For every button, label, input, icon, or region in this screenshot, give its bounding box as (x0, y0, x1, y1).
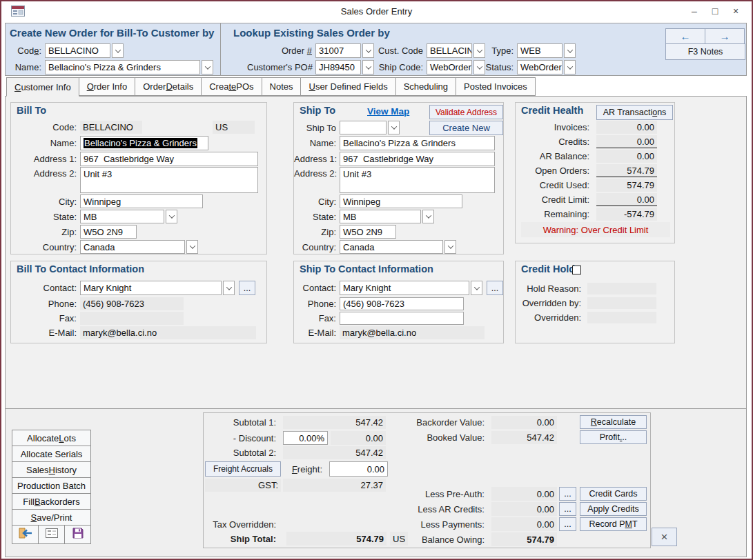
chevron-down-icon[interactable] (564, 43, 576, 58)
credit-limit-label: Credit Limit: (516, 194, 593, 205)
credit-cards-button[interactable]: Credit Cards (580, 487, 647, 501)
production-batch-button[interactable]: Production Batch (12, 477, 91, 494)
credit-hold-checkbox[interactable] (572, 266, 581, 274)
fill-backorders-button[interactable]: Fill Backorders (12, 493, 91, 510)
allocate-lots-button[interactable]: Allocate Lots (12, 430, 91, 446)
order-number-combo[interactable]: 31007 (315, 43, 361, 58)
discount-amount-value: 0.00 (331, 431, 386, 445)
open-orders-value: 574.79 (596, 164, 657, 177)
recalculate-button[interactable]: Recalculate (580, 415, 647, 429)
ship-to-selector-combo[interactable] (340, 121, 387, 134)
tab-order-info[interactable]: Order Info (79, 77, 136, 96)
bill-code-field: BELLACINO (80, 121, 142, 134)
bill-name-field[interactable]: Bellacino's Pizza & Grinders (80, 136, 208, 150)
type-combo[interactable]: WEB (517, 43, 563, 58)
hold-reason-label: Hold Reason: (516, 283, 585, 294)
bill-contact-combo[interactable]: Mary Knight (80, 281, 222, 295)
status-combo[interactable]: WebOrder (517, 60, 563, 74)
booked-value: 547.42 (491, 431, 557, 444)
ship-code-combo[interactable]: WebOrder (427, 60, 472, 74)
chevron-down-icon[interactable] (422, 210, 434, 223)
bill-contact-more-button[interactable]: ... (239, 281, 255, 295)
chevron-down-icon[interactable] (362, 43, 374, 58)
ar-credits-more-button[interactable]: ... (559, 502, 576, 516)
ship-country-combo[interactable]: Canada (340, 240, 443, 254)
cust-code-combo[interactable]: BELLACINO (427, 43, 472, 58)
view-map-link[interactable]: View Map (367, 106, 409, 117)
chevron-down-icon[interactable] (473, 43, 485, 58)
chevron-down-icon[interactable] (473, 60, 485, 74)
tab-posted-invoices[interactable]: Posted Invoices (456, 77, 536, 96)
ship-phone-field[interactable]: (456) 908-7623 (340, 297, 464, 310)
chevron-down-icon[interactable] (112, 43, 124, 58)
exit-button[interactable] (12, 525, 39, 544)
bill-address1-field[interactable]: 967 Castlebridge Way (80, 152, 258, 166)
prev-record-button[interactable]: ← (665, 28, 705, 44)
ar-transactions-button[interactable]: AR Transactions (596, 105, 673, 120)
bill-city-field[interactable]: Winnipeg (80, 194, 203, 208)
ship-city-field[interactable]: Winnipeg (340, 194, 462, 208)
bill-fax-field (80, 312, 184, 325)
payments-more-button[interactable]: ... (559, 517, 576, 531)
ship-state-combo[interactable]: MB (340, 210, 421, 223)
freight-field[interactable]: 0.00 (329, 461, 388, 477)
maximize-icon[interactable]: □ (705, 3, 725, 19)
f3-notes-button[interactable]: F3 Notes (665, 43, 745, 60)
ship-fax-field[interactable] (340, 312, 464, 325)
discount-percent-field[interactable]: 0.00% (283, 431, 328, 445)
tab-customer-info[interactable]: Customer Info (6, 77, 79, 97)
tab-scheduling[interactable]: Scheduling (395, 77, 456, 96)
create-new-button[interactable]: Create New (429, 121, 503, 135)
ship-address2-field[interactable]: Unit #3 (340, 167, 495, 193)
profit-button[interactable]: Profit... (580, 430, 647, 444)
credit-hold-title: Credit Hold: (521, 263, 578, 274)
ship-contact-combo[interactable]: Mary Knight (340, 281, 469, 295)
sales-history-button[interactable]: Sales History (12, 461, 91, 478)
bill-address2-field[interactable]: Unit #3 (80, 167, 258, 193)
next-record-button[interactable]: → (705, 28, 745, 44)
chevron-down-icon[interactable] (471, 281, 482, 295)
chevron-down-icon[interactable] (202, 60, 213, 74)
customer-po-combo[interactable]: JH89450 (315, 60, 361, 74)
save-button[interactable] (64, 525, 91, 544)
new-order-code-combo[interactable]: BELLACINO (45, 43, 110, 58)
chevron-down-icon[interactable] (564, 60, 576, 74)
ship-address1-field[interactable]: 967 Castlebridge Way (340, 152, 495, 166)
tab-user-defined-fields[interactable]: User Defined Fields (300, 77, 395, 96)
bill-zip-field[interactable]: W5O 2N9 (80, 225, 137, 239)
datasheet-button[interactable] (38, 525, 65, 544)
band-divider (220, 23, 221, 75)
ship-zip-field[interactable]: W5O 2N9 (340, 225, 396, 239)
freight-accruals-button[interactable]: Freight Accruals (205, 461, 281, 477)
allocate-serials-button[interactable]: Allocate Serials (12, 446, 91, 462)
tax-overridden-label: Tax Overridden: (204, 519, 280, 530)
validate-address-button[interactable]: Validate Address (429, 105, 503, 119)
bill-state-combo[interactable]: MB (80, 210, 164, 223)
ship-contact-more-button[interactable]: ... (487, 281, 503, 295)
ship-contact-label: Contact: (294, 283, 340, 293)
chevron-down-icon[interactable] (444, 240, 456, 254)
apply-credits-button[interactable]: Apply Credits (580, 502, 647, 516)
tab-create-pos[interactable]: Create POs (201, 77, 262, 96)
record-pmt-button[interactable]: Record PMT (580, 517, 647, 531)
ship-name-field[interactable]: Bellacino's Pizza & Grinders (340, 136, 495, 150)
booked-value-label: Booked Value: (397, 432, 488, 443)
chevron-down-icon[interactable] (186, 240, 198, 254)
bill-country-combo[interactable]: Canada (80, 240, 185, 254)
new-order-name-combo[interactable]: Bellacino's Pizza & Grinders (45, 60, 200, 74)
ar-balance-value: 0.00 (596, 150, 657, 163)
preauth-more-button[interactable]: ... (559, 487, 576, 501)
chevron-down-icon[interactable] (388, 121, 400, 134)
bill-email-field: maryk@bella.ci.no (80, 326, 256, 339)
minimize-icon[interactable]: – (684, 3, 705, 19)
chevron-down-icon[interactable] (362, 60, 374, 74)
ship-to-selector-label: Ship To (294, 123, 340, 133)
close-icon[interactable]: × (725, 3, 746, 19)
icon-button-row (12, 525, 91, 544)
chevron-down-icon[interactable] (166, 210, 177, 223)
tab-notes[interactable]: Notes (262, 77, 302, 96)
close-form-button[interactable]: × (652, 528, 677, 546)
chevron-down-icon[interactable] (223, 281, 235, 295)
save-print-button[interactable]: Save/Print (12, 509, 91, 526)
tab-order-details[interactable]: Order Details (135, 77, 202, 96)
